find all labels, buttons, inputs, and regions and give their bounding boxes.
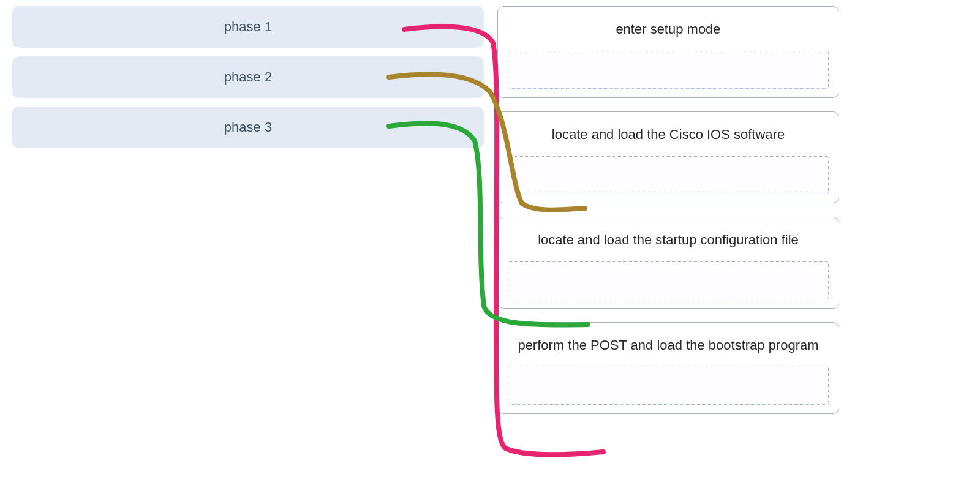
drop-slot-startup[interactable] [508, 261, 829, 299]
target-column: enter setup mode locate and load the Cis… [497, 6, 839, 427]
target-title: enter setup mode [508, 15, 829, 51]
drop-slot-setup[interactable] [508, 51, 829, 89]
phase-label: phase 3 [224, 119, 272, 135]
target-card-ios: locate and load the Cisco IOS software [497, 111, 839, 203]
target-card-post: perform the POST and load the bootstrap … [497, 322, 839, 414]
source-column: phase 1 phase 2 phase 3 [12, 6, 484, 157]
phase-item-1[interactable]: phase 1 [12, 6, 484, 48]
drop-slot-post[interactable] [508, 367, 829, 405]
target-title: locate and load the Cisco IOS software [508, 121, 829, 156]
target-card-setup: enter setup mode [497, 6, 839, 98]
phase-item-3[interactable]: phase 3 [12, 107, 484, 148]
target-card-startup: locate and load the startup configuratio… [497, 217, 839, 309]
phase-label: phase 2 [224, 69, 272, 85]
matching-stage: phase 1 phase 2 phase 3 enter setup mode… [0, 0, 980, 485]
phase-item-2[interactable]: phase 2 [12, 56, 484, 98]
target-title: locate and load the startup configuratio… [508, 226, 829, 261]
phase-label: phase 1 [224, 19, 272, 35]
drop-slot-ios[interactable] [508, 156, 829, 194]
target-title: perform the POST and load the bootstrap … [508, 331, 829, 367]
